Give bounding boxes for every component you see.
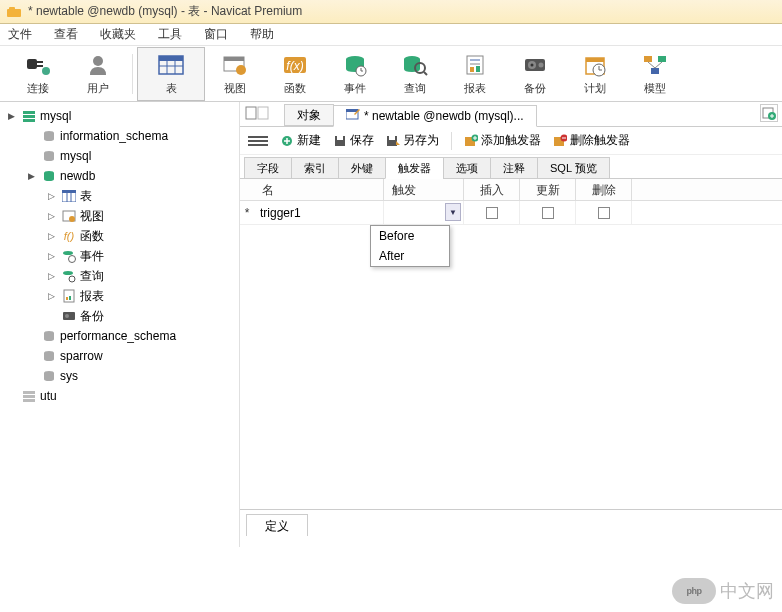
- saveas-icon: [386, 134, 400, 148]
- svg-rect-60: [66, 297, 68, 300]
- tool-event[interactable]: 事件: [325, 48, 385, 100]
- svg-line-41: [648, 62, 655, 68]
- tree-db-sparrow[interactable]: sparrow: [0, 346, 239, 366]
- tool-function[interactable]: f(x) 函数: [265, 48, 325, 100]
- btn-saveas[interactable]: 另存为: [386, 132, 439, 149]
- tool-model[interactable]: 模型: [625, 48, 685, 100]
- dropdown-option-after[interactable]: After: [371, 246, 449, 266]
- cell-name[interactable]: trigger1: [254, 201, 384, 224]
- svg-point-54: [69, 216, 75, 222]
- menu-view[interactable]: 查看: [50, 24, 82, 45]
- tab-switcher-icon[interactable]: [244, 104, 274, 122]
- subtab-indexes[interactable]: 索引: [291, 157, 339, 179]
- definition-tab[interactable]: 定义: [246, 514, 308, 536]
- watermark-badge: php: [672, 578, 716, 604]
- tree-queries[interactable]: ▷查询: [0, 266, 239, 286]
- table-row[interactable]: * trigger1 ▼: [240, 201, 782, 225]
- tool-query[interactable]: 查询: [385, 48, 445, 100]
- tree-db-newdb[interactable]: ▶newdb: [0, 166, 239, 186]
- th-delete[interactable]: 删除: [576, 179, 632, 200]
- menu-favorites[interactable]: 收藏夹: [96, 24, 140, 45]
- svg-rect-0: [7, 9, 21, 17]
- tree-tables[interactable]: ▷表: [0, 186, 239, 206]
- th-insert[interactable]: 插入: [464, 179, 520, 200]
- svg-line-42: [655, 62, 662, 68]
- subtab-triggers[interactable]: 触发器: [385, 157, 444, 179]
- view-icon: [61, 208, 77, 224]
- svg-rect-28: [476, 66, 480, 72]
- checkbox-update[interactable]: [542, 207, 554, 219]
- subtab-sql-preview[interactable]: SQL 预览: [537, 157, 610, 179]
- subtab-fields[interactable]: 字段: [244, 157, 292, 179]
- tab-newtable[interactable]: * newtable @newdb (mysql)...: [333, 105, 537, 127]
- btn-save[interactable]: 保存: [333, 132, 374, 149]
- svg-rect-2: [27, 59, 37, 69]
- svg-text:f(x): f(x): [286, 59, 303, 73]
- db-icon: [41, 168, 57, 184]
- new-tab-button[interactable]: [760, 104, 778, 122]
- subtab-foreign-keys[interactable]: 外键: [338, 157, 386, 179]
- dropdown-option-before[interactable]: Before: [371, 226, 449, 246]
- tree-backups[interactable]: 备份: [0, 306, 239, 326]
- cell-trigger-dropdown[interactable]: ▼: [384, 201, 464, 224]
- svg-point-5: [42, 67, 50, 75]
- query-icon: [61, 268, 77, 284]
- content-area: 对象 * newtable @newdb (mysql)... 新建 保存 另存…: [240, 102, 782, 547]
- th-trigger[interactable]: 触发: [384, 179, 464, 200]
- delete-trigger-icon: [553, 134, 567, 148]
- cell-update[interactable]: [520, 201, 576, 224]
- tool-connection[interactable]: 连接: [8, 48, 68, 100]
- table-icon: [61, 188, 77, 204]
- hamburger-icon[interactable]: [248, 136, 268, 146]
- svg-rect-82: [337, 136, 343, 140]
- trigger-dropdown-list[interactable]: Before After: [370, 225, 450, 267]
- tree-db-sys[interactable]: sys: [0, 366, 239, 386]
- tree-conn-utu[interactable]: utu: [0, 386, 239, 406]
- checkbox-delete[interactable]: [598, 207, 610, 219]
- btn-new[interactable]: 新建: [280, 132, 321, 149]
- th-name[interactable]: 名: [254, 179, 384, 200]
- db-icon: [21, 108, 37, 124]
- toolbar-divider: [451, 132, 452, 150]
- checkbox-insert[interactable]: [486, 207, 498, 219]
- th-update[interactable]: 更新: [520, 179, 576, 200]
- tab-objects[interactable]: 对象: [284, 104, 334, 126]
- menu-help[interactable]: 帮助: [246, 24, 278, 45]
- dropdown-arrow-icon[interactable]: ▼: [445, 203, 461, 221]
- menu-tools[interactable]: 工具: [154, 24, 186, 45]
- tree-db-mysql[interactable]: mysql: [0, 146, 239, 166]
- tree-conn-mysql[interactable]: ▶mysql: [0, 106, 239, 126]
- tool-view[interactable]: 视图: [205, 48, 265, 100]
- tree-db-information-schema[interactable]: information_schema: [0, 126, 239, 146]
- tool-user[interactable]: 用户: [68, 48, 128, 100]
- menu-file[interactable]: 文件: [4, 24, 36, 45]
- tool-backup[interactable]: 备份: [505, 48, 565, 100]
- db-icon: [41, 348, 57, 364]
- tool-table[interactable]: 表: [137, 47, 205, 101]
- subtab-comment[interactable]: 注释: [490, 157, 538, 179]
- tool-schedule[interactable]: 计划: [565, 48, 625, 100]
- cell-delete[interactable]: [576, 201, 632, 224]
- tree-events[interactable]: ▷事件: [0, 246, 239, 266]
- connection-tree[interactable]: ▶mysql information_schema mysql ▶newdb ▷…: [0, 102, 240, 547]
- menu-window[interactable]: 窗口: [200, 24, 232, 45]
- btn-delete-trigger[interactable]: 删除触发器: [553, 132, 630, 149]
- tree-reports[interactable]: ▷报表: [0, 286, 239, 306]
- sub-tabs: 字段 索引 外键 触发器 选项 注释 SQL 预览: [240, 155, 782, 179]
- plus-icon: [280, 134, 294, 148]
- tree-views[interactable]: ▷视图: [0, 206, 239, 226]
- svg-rect-73: [346, 109, 358, 112]
- event-icon: [343, 51, 367, 79]
- model-icon: [642, 51, 668, 79]
- btn-add-trigger[interactable]: 添加触发器: [464, 132, 541, 149]
- cell-insert[interactable]: [464, 201, 520, 224]
- tree-db-performance-schema[interactable]: performance_schema: [0, 326, 239, 346]
- view-icon: [222, 51, 248, 79]
- svg-rect-44: [23, 115, 35, 118]
- watermark-text: 中文网: [720, 579, 774, 603]
- tool-report[interactable]: 报表: [445, 48, 505, 100]
- row-marker: *: [240, 206, 254, 220]
- subtab-options[interactable]: 选项: [443, 157, 491, 179]
- plug-icon: [25, 51, 51, 79]
- tree-functions[interactable]: ▷f()函数: [0, 226, 239, 246]
